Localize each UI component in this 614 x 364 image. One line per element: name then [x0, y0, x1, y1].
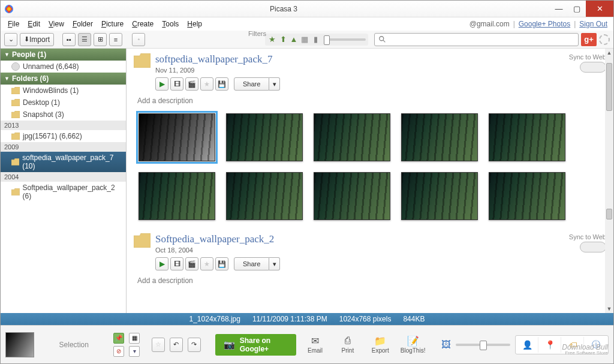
thumbnail[interactable] — [314, 113, 390, 161]
star-button[interactable]: ★ — [200, 77, 213, 91]
filter-upload-icon[interactable]: ⬆ — [278, 35, 288, 44]
view-flat-button[interactable]: ▪▪ — [62, 33, 76, 46]
sidebar-folder-desktop[interactable]: Desktop (1) — [1, 97, 126, 109]
pin-add-button[interactable]: 📌 — [113, 333, 124, 344]
filter-face-icon[interactable]: ▲ — [289, 35, 299, 44]
slideshow-button[interactable]: ▶ — [155, 77, 168, 91]
scroll-up-icon[interactable]: ▲ — [606, 49, 613, 57]
photo-icon: 🖼 — [441, 339, 451, 350]
album-header: Softpedia_wallpaper_pack_2 Oct 18, 2004 … — [127, 228, 613, 256]
rotate-right-button[interactable]: ↷ — [188, 338, 201, 352]
sidebar-folder-jpg15671[interactable]: jpg(15671) (6,662) — [1, 130, 126, 142]
import-button[interactable]: ⬇ Import — [20, 33, 54, 46]
save-button[interactable]: 💾 — [215, 77, 228, 91]
view-tree-button[interactable]: ⊞ — [94, 33, 107, 46]
thumbnail[interactable] — [489, 172, 565, 220]
link-google-photos[interactable]: Google+ Photos — [516, 20, 573, 28]
collage-button[interactable]: 🎞 — [170, 77, 183, 91]
menu-create[interactable]: Create — [128, 19, 157, 29]
clear-button[interactable]: ⊘ — [113, 346, 124, 357]
menu-tools[interactable]: Tools — [158, 19, 182, 29]
hold-button[interactable]: ▦ — [129, 333, 140, 344]
thumbnail[interactable] — [401, 172, 478, 220]
share-button[interactable]: Share — [234, 257, 269, 270]
thumbnail[interactable] — [401, 113, 478, 161]
email-button[interactable]: ✉Email — [301, 335, 329, 354]
link-sign-out[interactable]: Sign Out — [577, 20, 610, 28]
sidebar-folder-softpedia2[interactable]: Softpedia_wallpaper_pack_2 (6) — [1, 182, 126, 202]
filter-geo-icon[interactable]: ▦ — [300, 35, 309, 44]
sync-toggle[interactable] — [580, 242, 606, 252]
thumbnail[interactable] — [314, 172, 390, 220]
filter-bar: ★ ⬆ ▲ ▦ ▮ — [265, 34, 368, 46]
more-button[interactable]: ⋆ — [132, 33, 145, 46]
thumbnail-size-slider[interactable] — [456, 344, 510, 346]
sidebar-folders-header[interactable]: ▼ Folders (6) — [1, 73, 126, 85]
content-scrollbar[interactable]: ▲ ▼ — [605, 49, 613, 313]
info-panel-button[interactable]: ⓘ — [585, 337, 607, 353]
blogthis-button[interactable]: 📝BlogThis! — [399, 335, 426, 354]
tray-dropdown[interactable]: ▾ — [129, 346, 140, 357]
scroll-marker[interactable] — [606, 209, 612, 219]
save-button[interactable]: 💾 — [215, 257, 228, 270]
star-button[interactable]: ★ — [200, 257, 213, 270]
thumbnail[interactable] — [226, 113, 303, 161]
movie-button[interactable]: 🎬 — [185, 257, 198, 270]
movie-button[interactable]: 🎬 — [185, 77, 198, 91]
minimize-button[interactable]: — — [550, 1, 568, 17]
scroll-thumb[interactable] — [606, 63, 612, 111]
album-description[interactable]: Add a description — [127, 94, 613, 110]
close-button[interactable]: ✕ — [586, 1, 613, 17]
thumbnail[interactable] — [139, 113, 215, 161]
places-panel-button[interactable]: 📍 — [540, 337, 561, 353]
google-plus-button[interactable]: g+ — [581, 33, 597, 46]
album-title[interactable]: Softpedia_wallpaper_pack_2 — [155, 233, 274, 245]
svg-point-2 — [380, 36, 384, 40]
scroll-down-icon[interactable]: ▼ — [606, 305, 613, 313]
share-dropdown[interactable]: ▾ — [269, 257, 280, 270]
thumbnail[interactable] — [489, 113, 565, 161]
menu-file[interactable]: File — [4, 19, 23, 29]
menu-picture[interactable]: Picture — [98, 19, 127, 29]
share-dropdown[interactable]: ▾ — [269, 77, 280, 91]
share-button[interactable]: Share — [234, 77, 269, 91]
menu-edit[interactable]: Edit — [24, 19, 44, 29]
activity-spinner-icon — [599, 34, 610, 45]
album-title[interactable]: softpedia_wallpaper_pack_7 — [155, 53, 272, 65]
view-list-button[interactable]: ☰ — [78, 33, 91, 46]
menu-folder[interactable]: Folder — [69, 19, 97, 29]
people-panel-button[interactable]: 👤 — [517, 337, 538, 353]
sidebar-people-unnamed[interactable]: Unnamed (6,648) — [1, 61, 126, 73]
filter-slider[interactable] — [324, 38, 366, 41]
filter-star-icon[interactable]: ★ — [267, 35, 277, 44]
sync-toggle[interactable] — [580, 62, 606, 73]
print-button[interactable]: ⎙Print — [334, 335, 362, 354]
selection-thumbnail[interactable] — [5, 332, 34, 357]
rotate-left-button[interactable]: ↶ — [170, 338, 183, 352]
sidebar-year-2004: 2004 — [1, 172, 126, 182]
filter-tag-icon[interactable]: ▮ — [311, 35, 320, 44]
back-dropdown-button[interactable]: ⌄ — [4, 33, 17, 46]
svg-line-3 — [383, 40, 386, 42]
sidebar-folder-softpedia7[interactable]: softpedia_wallpaper_pack_7 (10) — [1, 152, 126, 172]
share-google-plus-button[interactable]: 📷 Share on Google+ — [215, 334, 297, 356]
album-date: Oct 18, 2004 — [155, 246, 274, 254]
thumbnail[interactable] — [139, 172, 215, 220]
search-input[interactable] — [374, 33, 579, 46]
menu-help[interactable]: Help — [183, 19, 206, 29]
sidebar-people-header[interactable]: ▼ People (1) — [1, 49, 126, 61]
menu-view[interactable]: View — [45, 19, 68, 29]
window-title: Picasa 3 — [17, 5, 550, 13]
collage-button[interactable]: 🎞 — [170, 257, 183, 270]
maximize-button[interactable]: ▢ — [568, 1, 586, 17]
tags-panel-button[interactable]: 🏷 — [562, 337, 584, 353]
star-toggle[interactable]: ☆ — [152, 338, 165, 352]
view-timeline-button[interactable]: ≡ — [109, 33, 122, 46]
status-datetime: 11/11/2009 1:11:38 PM — [252, 315, 327, 323]
sidebar-folder-snapshot[interactable]: Snapshot (3) — [1, 109, 126, 121]
album-description[interactable]: Add a description — [127, 274, 613, 290]
export-button[interactable]: 📁Export — [366, 335, 394, 354]
slideshow-button[interactable]: ▶ — [155, 257, 168, 270]
thumbnail[interactable] — [226, 172, 303, 220]
sidebar-folder-windowblinds[interactable]: WindowBlinds (1) — [1, 85, 126, 97]
